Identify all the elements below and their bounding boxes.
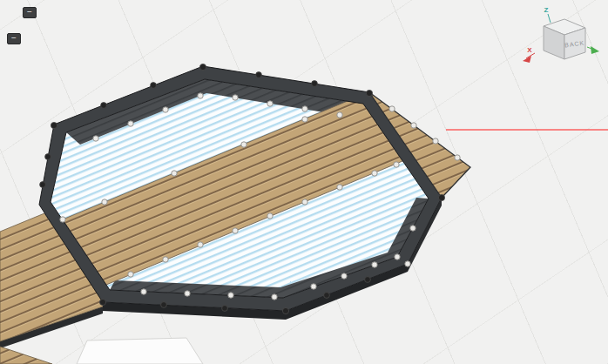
x-axis-arrow-icon (523, 56, 531, 63)
vertex[interactable] (311, 284, 316, 289)
y-axis-arrow-icon (591, 46, 599, 54)
vertex[interactable] (438, 194, 444, 200)
vertex[interactable] (410, 226, 415, 231)
vertex[interactable] (256, 72, 262, 78)
vertex[interactable] (141, 289, 146, 294)
vertex[interactable] (102, 199, 107, 205)
vertex[interactable] (163, 107, 168, 112)
vertex[interactable] (272, 294, 277, 300)
vertex[interactable] (267, 213, 273, 219)
vertex[interactable] (93, 136, 98, 141)
vertex[interactable] (312, 81, 318, 87)
vertex[interactable] (324, 293, 330, 299)
vertex[interactable] (161, 302, 167, 308)
vertex[interactable] (233, 95, 238, 100)
vertex[interactable] (455, 155, 460, 160)
vertex[interactable] (60, 217, 65, 222)
vertex[interactable] (267, 101, 273, 106)
vertex[interactable] (389, 106, 395, 111)
vertex[interactable] (233, 228, 238, 233)
vertex[interactable] (40, 182, 46, 188)
vertex[interactable] (228, 293, 233, 298)
vertex[interactable] (395, 254, 400, 260)
vertex[interactable] (282, 307, 288, 313)
panel-collapse-button-side[interactable]: − (7, 33, 21, 44)
vertex[interactable] (302, 106, 307, 111)
vertex[interactable] (163, 257, 168, 262)
vertex[interactable] (101, 103, 107, 109)
vertex[interactable] (172, 171, 177, 176)
vertex[interactable] (302, 117, 307, 122)
vertex[interactable] (341, 273, 347, 279)
vertex[interactable] (128, 272, 133, 277)
vertex[interactable] (198, 242, 203, 247)
vertex[interactable] (394, 162, 399, 167)
vertex[interactable] (198, 93, 203, 98)
vertex[interactable] (365, 277, 371, 283)
vertex[interactable] (185, 291, 190, 296)
vertex[interactable] (411, 123, 416, 128)
vertex[interactable] (151, 83, 157, 89)
x-axis-label: X (527, 46, 532, 54)
view-cube-svg: BACK Z X (521, 3, 601, 77)
vertex[interactable] (372, 262, 377, 267)
sketch-plane[interactable] (77, 338, 203, 364)
vertex[interactable] (222, 306, 228, 312)
vertex[interactable] (45, 154, 51, 160)
panel-collapse-button-top[interactable]: − (23, 7, 37, 18)
scene-svg (0, 0, 608, 364)
deck-model[interactable] (0, 66, 470, 364)
vertex[interactable] (302, 199, 307, 205)
vertex[interactable] (337, 112, 342, 118)
z-axis-label: Z (544, 6, 549, 14)
vertex[interactable] (405, 261, 410, 266)
planks-corner-piece[interactable] (0, 347, 52, 364)
vertex[interactable] (337, 185, 342, 190)
vertex[interactable] (366, 90, 372, 96)
vertex[interactable] (433, 138, 438, 144)
vertex[interactable] (128, 121, 133, 126)
vertex[interactable] (241, 142, 247, 147)
vertex[interactable] (51, 122, 57, 128)
vertex[interactable] (99, 299, 105, 305)
z-axis-tick (548, 14, 551, 23)
vertex[interactable] (199, 64, 206, 70)
view-cube[interactable]: BACK Z X (521, 3, 601, 77)
vertex[interactable] (372, 171, 377, 176)
viewport-canvas[interactable]: − − BACK Z X (0, 0, 608, 364)
